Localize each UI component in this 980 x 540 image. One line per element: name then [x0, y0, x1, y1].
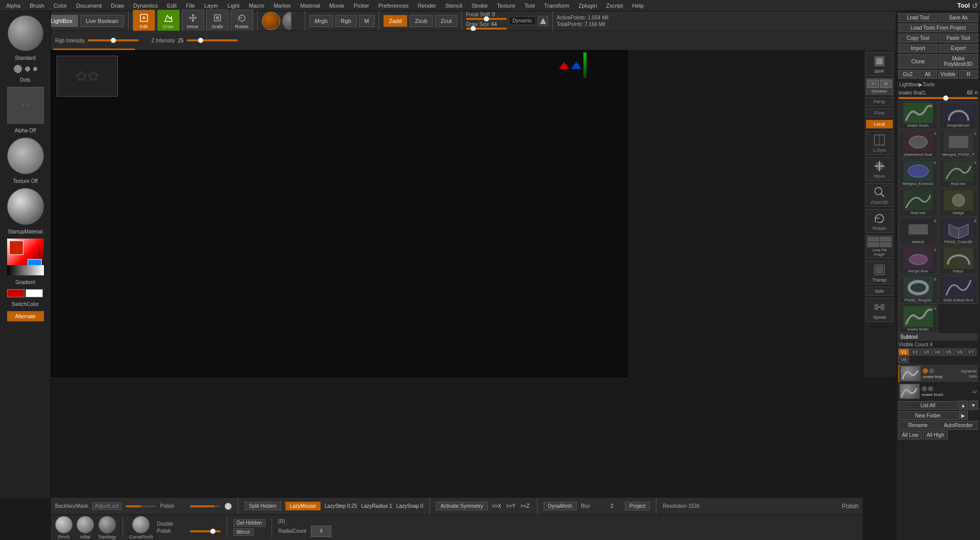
activate-symmetry-btn[interactable]: Activate Symmetry [436, 502, 487, 510]
dot-large[interactable] [14, 65, 22, 73]
xpose-btn[interactable]: Xpose [866, 298, 893, 322]
tool-item-chameleon[interactable]: 3 chameleon final [898, 130, 938, 158]
local-btn[interactable]: Local [866, 120, 893, 129]
zcut-btn[interactable]: Zcut [435, 15, 457, 27]
menu-dynamics[interactable]: Dynamics [129, 2, 162, 10]
tool-item-merged-pm3d[interactable]: 2 Merged_PM3D_F [939, 130, 978, 158]
del-hidden-btn[interactable]: Del Hidden [233, 519, 265, 527]
mrgb-btn[interactable]: Mrgb [309, 15, 333, 27]
menu-help[interactable]: Help [628, 2, 648, 10]
menu-alpha[interactable]: Alpha [2, 2, 24, 10]
menu-zscript[interactable]: Zscript [602, 2, 627, 10]
arrow-up-btn[interactable]: ▲ [959, 401, 968, 410]
new-folder-btn[interactable]: New Folder [898, 411, 958, 420]
tool-item-final-low2[interactable]: final low [898, 189, 938, 217]
make-polymesh-btn[interactable]: Make PolyMesh3D [939, 54, 978, 68]
menu-stencil[interactable]: Stencil [442, 2, 467, 10]
goz-btn[interactable]: GoZ [898, 70, 917, 79]
zoom3d-btn[interactable]: Zoom3D [866, 183, 893, 207]
focal-shift-slider[interactable] [466, 18, 507, 20]
tool-item-final-low[interactable]: 3 final low [939, 159, 978, 187]
persp-btn[interactable]: Persp [866, 97, 893, 106]
floor-btn[interactable]: Floor [866, 108, 893, 118]
draw-button[interactable]: Draw [157, 10, 180, 32]
color-swatch[interactable] [7, 239, 44, 275]
menu-stroke[interactable]: Stroke [468, 2, 492, 10]
lsym-btn[interactable]: L.Sym [866, 131, 893, 155]
bpr-btn[interactable]: BPR [866, 52, 893, 76]
menu-zplugin[interactable]: Zplugin [574, 2, 601, 10]
subtool-tab-v2[interactable]: V2 [910, 348, 920, 356]
menu-color[interactable]: Color [50, 2, 71, 10]
visible-btn[interactable]: Visible [938, 70, 958, 79]
snake-r-btn[interactable]: R [975, 90, 978, 96]
tool-item-badge[interactable]: badge [939, 189, 978, 217]
lightbox-tools-label[interactable]: Lightbox▶Tools [899, 82, 935, 87]
paste-tool-btn[interactable]: Paste Tool [939, 34, 978, 42]
mirror-btn[interactable]: Mirror [233, 528, 254, 536]
import-btn[interactable]: Import [898, 44, 938, 53]
menu-document[interactable]: Document [72, 2, 106, 10]
menu-preferences[interactable]: Preferences [374, 2, 412, 10]
menu-movie[interactable]: Movie [325, 2, 348, 10]
r-btn[interactable]: R [959, 70, 978, 79]
save-as-btn[interactable]: Save As [939, 13, 978, 22]
draw-size-slider[interactable] [466, 28, 507, 30]
edit-button[interactable]: Edit [133, 10, 155, 32]
dot-small1[interactable] [25, 66, 30, 72]
subtool-tab-v5[interactable]: V5 [943, 348, 954, 356]
subtool-item-snake-final[interactable]: snake final Dynamic Solo [898, 365, 978, 383]
rotate-button[interactable]: Rotate [231, 10, 253, 32]
tool-item-merge-dow[interactable]: 3 merge dow [898, 247, 938, 275]
move-btn[interactable]: Move [866, 157, 893, 181]
dot-small2[interactable] [33, 67, 37, 71]
menu-edit[interactable]: Edit [163, 2, 181, 10]
subtool-tab-v8[interactable]: V8 [898, 356, 909, 363]
material-thumb[interactable] [7, 188, 44, 225]
menu-brush[interactable]: Brush [26, 2, 48, 10]
menu-tool[interactable]: Tool [521, 2, 539, 10]
load-tool-btn[interactable]: Load Tool [898, 13, 938, 22]
subtool-tab-v4[interactable]: V4 [932, 348, 943, 356]
export-btn[interactable]: Export [939, 44, 978, 53]
tool-item-merged-extract2[interactable]: 9 Merged_Extract2 [898, 159, 938, 187]
menu-picker[interactable]: Picker [350, 2, 374, 10]
rgb-intensity-slider[interactable] [88, 39, 139, 41]
alpha-thumb[interactable]: ✦✦ [7, 87, 44, 124]
sphere-icon[interactable] [262, 12, 280, 30]
tool-item-pm3d-ring3d[interactable]: 6 PM3D_Ring3D [898, 276, 938, 304]
tool-item-pm3d-cube3d[interactable]: 6 PM3D_Cube3D [939, 218, 978, 246]
snake-slider[interactable] [898, 97, 978, 99]
half-sphere-icon[interactable] [282, 12, 301, 30]
menu-file[interactable]: File [182, 2, 199, 10]
menu-macro[interactable]: Macro [244, 2, 268, 10]
topology-tool[interactable]: Topology [98, 516, 116, 539]
tool-item-sloth-hollow[interactable]: sloth hollow fin k [939, 276, 978, 304]
zadd-btn[interactable]: Zadd [383, 15, 407, 27]
polish-dot[interactable] [225, 503, 232, 510]
scale-button[interactable]: Scale [206, 10, 229, 32]
zsub-btn[interactable]: Zsub [409, 15, 433, 27]
m-btn[interactable]: M [359, 15, 375, 27]
tool-item-default[interactable]: 6 default [898, 218, 938, 246]
subtool-tab-v1[interactable]: V1 [898, 348, 909, 356]
tab-liveboolean[interactable]: Live Boolean [80, 15, 124, 27]
tool-item-simplebrush[interactable]: SimpleBrush [939, 101, 978, 129]
subtool-tab-v6[interactable]: V6 [954, 348, 965, 356]
polish-range[interactable] [190, 530, 220, 532]
move-button[interactable]: Move [182, 10, 204, 32]
menu-material[interactable]: Material [296, 2, 324, 10]
rename-btn[interactable]: Rename [898, 421, 938, 430]
subtool-tab-v3[interactable]: V3 [921, 348, 932, 356]
back-color[interactable] [26, 289, 43, 297]
canvas-area[interactable]: ✿✿ [51, 50, 628, 377]
curve-pinch-tool[interactable]: CurvePinch [129, 516, 153, 539]
load-tools-project-btn[interactable]: Load Tools From Project [898, 24, 978, 32]
auto-reorder-btn[interactable]: AutoReorder [939, 421, 978, 430]
lazy-mouse-btn[interactable]: LazyMouse [285, 502, 321, 510]
brush-thumb[interactable] [8, 15, 43, 51]
all-low-btn[interactable]: All Low [898, 431, 922, 439]
z-intensity-slider[interactable] [187, 39, 238, 41]
texture-thumb[interactable] [7, 137, 44, 174]
list-all-btn[interactable]: List All [898, 401, 958, 410]
